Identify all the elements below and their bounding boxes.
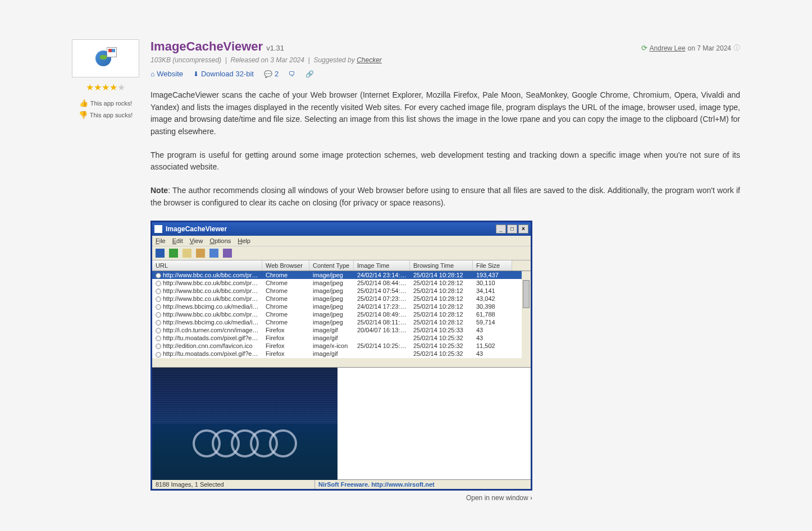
contributor-link[interactable]: Andrew Lee [650,44,686,52]
open-new-window-link[interactable]: Open in new window › [150,494,532,502]
vote-rocks-button[interactable]: 👍This app rocks! [72,97,139,109]
link-icon: 🔗 [305,70,314,78]
properties-icon[interactable] [196,249,205,258]
scrollbar-horizontal[interactable] [152,358,531,367]
home-icon: ⌂ [150,70,154,78]
table-body: http://www.bbc.co.uk/bbc.com/pro...Chrom… [152,271,531,358]
refresh-tool-icon[interactable] [169,249,178,258]
menu-view[interactable]: View [190,237,203,244]
table-row[interactable]: http://edition.cnn.com/favicon.icoFirefo… [152,342,531,350]
toolbar [152,246,531,260]
exit-icon[interactable] [223,249,232,258]
table-row[interactable]: http://tu.moatads.com/pixel.gif?e=...Fir… [152,350,531,358]
save-icon[interactable] [156,249,165,258]
col-imgtime[interactable]: Image Time [354,260,410,271]
app-icon [72,39,139,77]
refresh-icon: ⟳ [641,44,647,52]
minimize-button[interactable]: _ [496,225,506,234]
website-link[interactable]: ⌂Website [150,70,183,78]
close-button[interactable]: × [518,225,528,234]
thumbs-down-icon: 👎 [79,111,88,119]
contributor-info: ⟳ Andrew Lee on 7 Mar 2024 ⓘ [641,43,740,53]
table-row[interactable]: http://www.bbc.co.uk/bbc.com/pro...Chrom… [152,279,531,287]
table-row[interactable]: http://www.bbc.co.uk/bbc.com/pro...Chrom… [152,295,531,303]
menu-edit[interactable]: Edit [172,237,183,244]
col-size[interactable]: File Size [473,260,512,271]
app-version: v1.31 [266,44,284,52]
table-row[interactable]: http://tu.moatads.com/pixel.gif?e=...Fir… [152,334,531,342]
description-p1: ImageCacheViewer scans the cache of your… [150,89,740,138]
app-screenshot: ImageCacheViewer _ □ × File Edit View Op… [150,221,532,491]
menubar: File Edit View Options Help [152,236,531,246]
description-p3: Note: The author recommends closing all … [150,185,740,209]
menu-options[interactable]: Options [209,237,231,244]
copy-icon[interactable] [183,249,191,258]
permalink-link[interactable]: 🔗 [305,70,314,78]
table-row[interactable]: http://i.cdn.turner.com/cnn/images...Fir… [152,326,531,334]
col-browser[interactable]: Web Browser [262,260,309,271]
description-p2: The program is useful for getting around… [150,149,740,173]
download-link[interactable]: ⬇Download 32-bit [193,70,254,78]
comments-link[interactable]: 💬2 [264,70,279,78]
col-content[interactable]: Content Type [309,260,354,271]
col-url[interactable]: URL [152,260,262,271]
share-icon: 🗨 [289,70,295,78]
preview-image [152,368,337,480]
menu-file[interactable]: File [156,237,166,244]
window-titlebar: ImageCacheViewer _ □ × [152,222,531,236]
app-window-icon [154,225,162,233]
share-link[interactable]: 🗨 [289,70,295,78]
preview-pane [152,367,531,479]
suggester-link[interactable]: Checker [357,56,382,64]
menu-help[interactable]: Help [238,237,250,244]
thumbs-up-icon: 👍 [79,99,88,107]
scrollbar-vertical[interactable] [522,271,531,358]
table-row[interactable]: http://www.bbc.co.uk/bbc.com/pro...Chrom… [152,310,531,318]
table-row[interactable]: http://news.bbcimg.co.uk/media/im...Chro… [152,318,531,326]
app-title[interactable]: ImageCacheViewer [150,39,263,54]
vote-sucks-button[interactable]: 👎This app sucks! [72,109,139,121]
meta-info: 103KB (uncompressed) | Released on 3 Mar… [150,56,740,64]
table-row[interactable]: http://news.bbcimg.co.uk/media/im...Chro… [152,303,531,310]
find-icon[interactable] [209,249,218,258]
maximize-button[interactable]: □ [507,225,517,234]
table-header: URL Web Browser Content Type Image Time … [152,260,531,271]
info-icon[interactable]: ⓘ [733,43,740,53]
table-row[interactable]: http://www.bbc.co.uk/bbc.com/pro...Chrom… [152,271,531,279]
col-browsetime[interactable]: Browsing Time [410,260,473,271]
statusbar: 8188 Images, 1 Selected NirSoft Freeware… [152,479,531,489]
download-icon: ⬇ [193,70,199,78]
rating-stars: ★★★★★ [72,82,139,93]
comment-icon: 💬 [264,70,272,78]
table-row[interactable]: http://www.bbc.co.uk/bbc.com/pro...Chrom… [152,287,531,295]
